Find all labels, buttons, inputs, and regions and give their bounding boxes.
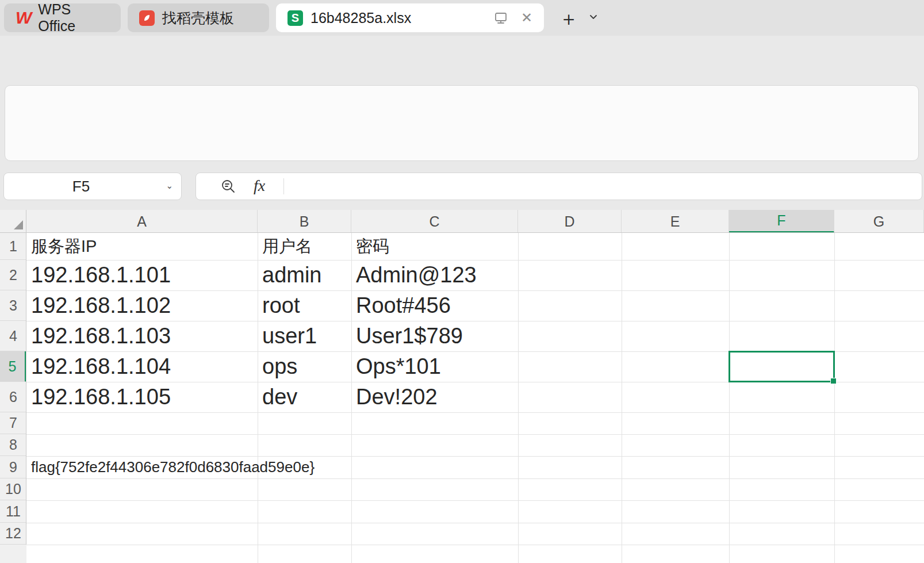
row-header-9[interactable]: 9 (0, 456, 26, 478)
row-header-2[interactable]: 2 (0, 260, 26, 290)
wps-logo-icon: W (16, 8, 30, 28)
close-icon[interactable]: ✕ (521, 10, 532, 26)
row-header-7[interactable]: 7 (0, 412, 26, 434)
fx-icon[interactable]: fx (254, 177, 265, 195)
gridline (729, 233, 730, 563)
new-tab-icon[interactable]: ＋ (559, 6, 578, 32)
grid-cell-C2[interactable]: Admin@123 (351, 260, 518, 290)
row-header-5[interactable]: 5 (0, 351, 26, 382)
grid-cell-B4[interactable]: user1 (258, 321, 351, 351)
row-header-6[interactable]: 6 (0, 382, 26, 412)
tab-label: WPS Office (38, 1, 109, 35)
grid-cell-C6[interactable]: Dev!202 (351, 382, 518, 412)
tab-active-workbook[interactable]: S 16b48285a.xlsx ✕ (276, 3, 544, 32)
gridline (26, 500, 924, 501)
name-box-value: F5 (4, 173, 158, 200)
ribbon: 格式刷 粘贴 ⌄ ⌄ ↘ 等线 ⌄ 12 ⌄ A+ A− B I U A ⌄ ⌄… (0, 81, 924, 164)
ribbon-panel (5, 85, 919, 161)
window-tab-bar: W WPS Office 找稻壳模板 S 16b48285a.xlsx ✕ ＋ (0, 0, 924, 36)
row-header-8[interactable]: 8 (0, 434, 26, 456)
formula-input[interactable]: fx (195, 173, 922, 200)
fill-handle[interactable] (830, 378, 837, 384)
grid-cell-A6[interactable]: 192.168.1.105 (26, 382, 258, 412)
tab-list-chevron-icon[interactable] (588, 12, 599, 23)
selected-cell-outline[interactable] (729, 351, 835, 382)
row-header-4[interactable]: 4 (0, 321, 26, 351)
column-header-D[interactable]: D (518, 210, 622, 233)
tab-wps-office[interactable]: W WPS Office (4, 3, 121, 32)
gridline (834, 233, 835, 563)
spreadsheet-file-icon: S (287, 10, 303, 26)
name-box-chevron-icon[interactable]: ⌄ (166, 181, 173, 191)
column-header-B[interactable]: B (258, 210, 351, 233)
name-box[interactable]: F5 ⌄ (3, 173, 182, 200)
grid-cell-A3[interactable]: 192.168.1.102 (26, 290, 258, 321)
row-header-12[interactable]: 12 (0, 523, 26, 545)
grid-cell-B2[interactable]: admin (258, 260, 351, 290)
select-all-triangle-icon (14, 220, 23, 229)
monitor-icon[interactable] (493, 10, 508, 25)
grid-cell-A9[interactable]: flag{752fe2f44306e782f0d6830faad59e0e} (26, 456, 258, 478)
gridline (26, 434, 924, 435)
grid-cell-A1[interactable]: 服务器IP (26, 233, 258, 260)
docer-icon (139, 10, 155, 26)
row-header-10[interactable]: 10 (0, 478, 26, 500)
grid-cell-B3[interactable]: root (258, 290, 351, 321)
row-header-partial[interactable] (0, 545, 26, 563)
tab-label: 16b48285a.xlsx (310, 10, 411, 26)
select-all-corner[interactable] (0, 210, 26, 233)
tab-label: 找稻壳模板 (162, 9, 234, 28)
column-header-E[interactable]: E (622, 210, 729, 233)
row-header-3[interactable]: 3 (0, 290, 26, 321)
find-icon[interactable] (220, 179, 236, 195)
divider (283, 178, 284, 194)
grid-cell-A2[interactable]: 192.168.1.101 (26, 260, 258, 290)
grid-cell-C4[interactable]: User1$789 (351, 321, 518, 351)
tab-docer-templates[interactable]: 找稻壳模板 (128, 3, 269, 32)
grid-cell-A4[interactable]: 192.168.1.103 (26, 321, 258, 351)
grid-cell-B1[interactable]: 用户名 (258, 233, 351, 260)
column-header-C[interactable]: C (351, 210, 518, 233)
gridline (26, 523, 924, 523)
grid-cell-B6[interactable]: dev (258, 382, 351, 412)
menu-bar: 文件 自动保存 开始 插入 页面 公式 数据 审阅 视图 工 (0, 36, 924, 81)
gridline (622, 233, 622, 563)
grid-cell-A5[interactable]: 192.168.1.104 (26, 351, 258, 382)
row-header-1[interactable]: 1 (0, 233, 26, 260)
spreadsheet-grid: ABCDEFG 123456789101112 服务器IP用户名密码192.16… (0, 210, 924, 563)
gridline (518, 233, 519, 563)
gridline (26, 412, 924, 413)
grid-cell-C1[interactable]: 密码 (351, 233, 518, 260)
grid-cell-C3[interactable]: Root#456 (351, 290, 518, 321)
grid-cell-B5[interactable]: ops (258, 351, 351, 382)
column-header-F[interactable]: F (729, 210, 834, 233)
row-header-11[interactable]: 11 (0, 500, 26, 523)
column-header-A[interactable]: A (26, 210, 258, 233)
formula-bar: F5 ⌄ fx (0, 164, 924, 210)
column-header-G[interactable]: G (834, 210, 924, 233)
gridline (26, 478, 924, 479)
gridline (26, 545, 924, 545)
grid-cell-C5[interactable]: Ops*101 (351, 351, 518, 382)
